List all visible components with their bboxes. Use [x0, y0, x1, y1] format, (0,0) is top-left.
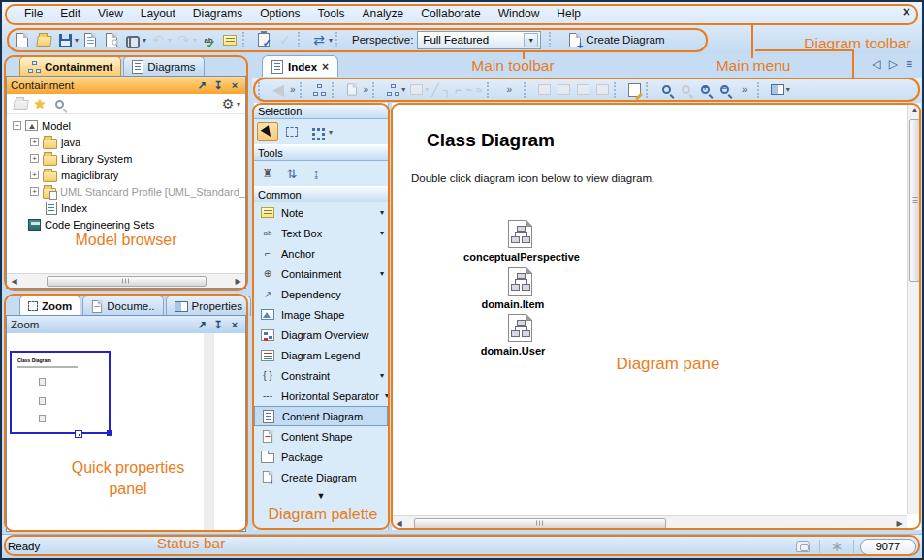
print-button[interactable] — [80, 30, 100, 49]
memory-monitor-button[interactable]: 9077 — [860, 539, 916, 555]
chevron-down-icon[interactable]: ▾ — [380, 208, 384, 217]
undo-button[interactable]: ↶ — [148, 30, 168, 49]
canvas-hscrollbar[interactable]: ◀ ▶ — [392, 515, 907, 530]
palette-item-containment[interactable]: ⊕ Containment▾ — [254, 264, 388, 284]
transfer-button[interactable]: ⇄ — [309, 30, 329, 49]
zoom-out-button[interactable]: − — [716, 81, 733, 99]
notification-button[interactable] — [792, 541, 813, 552]
menu-layout[interactable]: Layout — [132, 4, 184, 23]
line-style-icon[interactable]: ⌐ — [455, 83, 462, 97]
palette-section-selection[interactable]: Selection — [254, 103, 388, 119]
diagram-pane[interactable]: Class Diagram Double click diagram icon … — [392, 103, 921, 530]
line-style-icon[interactable]: ┐ — [442, 83, 451, 97]
resize-button[interactable] — [535, 81, 553, 99]
favorites-button[interactable]: ★ — [31, 95, 48, 112]
marquee-select-button[interactable] — [281, 122, 303, 141]
palette-item-anchor[interactable]: ⌐ Anchor — [254, 243, 388, 264]
close-icon[interactable]: × — [228, 318, 241, 331]
window-layout-dropdown-icon[interactable]: ▾ — [786, 85, 790, 94]
restore-icon[interactable]: ↗ — [195, 78, 208, 92]
menu-analyze[interactable]: Analyze — [354, 4, 413, 23]
scroll-left-icon[interactable]: ◀ — [392, 516, 406, 531]
save-dropdown-icon[interactable]: ▾ — [75, 36, 79, 45]
expand-icon[interactable]: + — [30, 138, 39, 146]
window-layout-button[interactable] — [769, 81, 786, 99]
line-style-icon[interactable]: ~ — [465, 83, 472, 97]
palette-item-content-diagram[interactable]: Content Diagram — [254, 406, 388, 426]
palette-item-package[interactable]: Package — [254, 447, 388, 467]
stamp-tool-button[interactable]: ♜ — [257, 164, 278, 183]
pin-icon[interactable]: ↧ — [211, 78, 225, 92]
menu-options[interactable]: Options — [251, 4, 308, 23]
chevron-down-icon[interactable]: ▾ — [380, 269, 384, 278]
save-button[interactable] — [55, 30, 75, 49]
chevron-down-icon[interactable]: ▾ — [380, 229, 384, 237]
distribute-tool-button[interactable]: ⇅ — [281, 164, 303, 183]
layout-dropdown-icon[interactable]: ▾ — [401, 85, 405, 94]
find-button[interactable] — [123, 30, 143, 49]
containment-tree-button[interactable] — [311, 81, 329, 99]
tree-node-uml-standard-profile[interactable]: + UML Standard Profile [UML_Standard_ — [7, 183, 245, 200]
image-button[interactable] — [574, 81, 591, 99]
tree-node-index[interactable]: Index — [7, 200, 245, 216]
diagram-icon-domain-user[interactable] — [508, 314, 532, 342]
browser-hscrollbar[interactable]: ◀ ▶ — [7, 273, 245, 288]
match-size-tool-button[interactable]: ↨ — [305, 164, 327, 183]
print-preview-button[interactable] — [102, 30, 121, 49]
find-dropdown-icon[interactable]: ▾ — [143, 36, 146, 45]
menu-file[interactable]: File — [16, 4, 51, 23]
settings-dropdown-icon[interactable]: ▾ — [237, 100, 240, 109]
search-button[interactable] — [50, 95, 68, 112]
background-task-button[interactable]: ∗ — [826, 538, 847, 555]
scroll-right-icon[interactable]: ▶ — [892, 516, 907, 531]
tree-node-model[interactable]: − Model — [7, 117, 245, 134]
select-tool-button[interactable] — [257, 122, 278, 141]
redo-button[interactable]: ↷ — [174, 30, 193, 49]
tab-diagrams[interactable]: Diagrams — [123, 56, 204, 77]
open-in-button[interactable] — [12, 95, 29, 112]
restore-icon[interactable]: ↗ — [195, 318, 208, 331]
palette-item-create-diagram[interactable]: Create Diagram — [254, 467, 388, 487]
chevron-icon[interactable]: » — [364, 84, 369, 95]
chevron-icon[interactable]: » — [290, 84, 296, 95]
palette-item-content-shape[interactable]: Content Shape — [254, 426, 388, 447]
line-style-icon[interactable]: ╱ — [431, 83, 438, 97]
scroll-left-icon[interactable]: ◀ — [7, 274, 21, 289]
palette-item-note[interactable]: Note▾ — [254, 202, 388, 223]
paste-button[interactable] — [343, 81, 361, 99]
shape-button[interactable] — [593, 81, 611, 99]
menu-window[interactable]: Window — [490, 4, 549, 23]
palette-item-diagram-legend[interactable]: Diagram Legend — [254, 345, 388, 365]
zoom-selection-button[interactable] — [677, 81, 694, 99]
close-tab-icon[interactable]: × — [322, 60, 329, 74]
diagram-icon-domain-item[interactable] — [508, 267, 532, 296]
spelling-button[interactable]: ab — [199, 30, 218, 49]
resize-handle[interactable] — [107, 430, 112, 436]
tab-properties[interactable]: Properties — [166, 296, 251, 316]
palette-item-horizontal-separator[interactable]: --- Horizontal Separator▾ — [254, 386, 388, 406]
tab-containment[interactable]: Containment — [19, 56, 121, 77]
scroll-up-icon[interactable]: ▲ — [908, 103, 922, 117]
scroll-thumb[interactable] — [414, 518, 666, 529]
tab-index-diagram[interactable]: Index × — [262, 55, 338, 77]
menu-diagrams[interactable]: Diagrams — [184, 4, 251, 23]
chevron-icon[interactable]: » — [507, 84, 513, 95]
transfer-dropdown-icon[interactable]: ▾ — [329, 36, 333, 45]
palette-item-constraint[interactable]: { } Constraint▾ — [254, 365, 388, 386]
palette-section-tools[interactable]: Tools — [254, 144, 388, 161]
tree-node-code-engineering-sets[interactable]: Code Engineering Sets — [7, 216, 245, 233]
scroll-thumb[interactable] — [909, 119, 920, 282]
menu-edit[interactable]: Edit — [51, 4, 89, 23]
menu-help[interactable]: Help — [548, 4, 589, 23]
validate-button[interactable] — [254, 30, 273, 49]
menu-collaborate[interactable]: Collaborate — [412, 4, 489, 23]
diagram-options-button[interactable] — [625, 81, 643, 99]
perspective-select[interactable]: Full Featured ▾ — [417, 31, 541, 49]
palette-item-text-box[interactable]: ab Text Box▾ — [254, 223, 388, 243]
scroll-right-icon[interactable]: ▶ — [231, 274, 245, 289]
tree-node-library-system[interactable]: + Library System — [7, 150, 245, 167]
grid-button[interactable] — [555, 81, 572, 99]
palette-scroll-down-icon[interactable]: ▼ — [254, 491, 388, 501]
zoom-in-button[interactable]: + — [696, 81, 714, 99]
tree-node-java[interactable]: + java — [7, 134, 245, 150]
